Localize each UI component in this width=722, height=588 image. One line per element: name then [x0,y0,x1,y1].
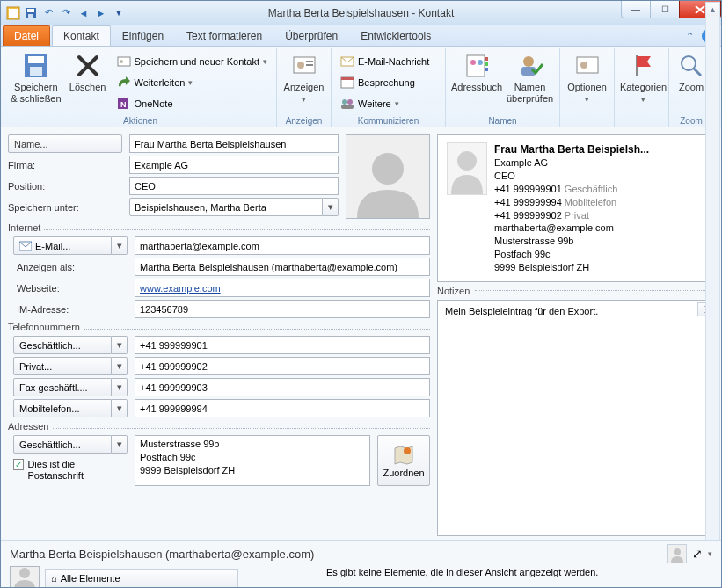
save-and-new-button[interactable]: Speichern und neuer Kontakt▾ [113,52,272,71]
name-button[interactable]: Name... [8,134,122,153]
svg-rect-4 [28,14,33,18]
email-button[interactable]: E-Mail-Nachricht [337,52,433,71]
phone4-input[interactable] [135,399,430,417]
titlebar: ↶ ↷ ◄ ► ▼ Martha Berta Beispielshausen -… [1,1,721,25]
chevron-down-icon[interactable]: ▾ [112,435,128,454]
firma-label: Firma: [8,160,122,171]
displayas-input[interactable] [135,258,430,276]
phone1-input[interactable] [135,336,430,354]
contact-photo[interactable] [346,134,430,219]
forward-button[interactable]: Weiterleiten▾ [113,73,272,92]
svg-rect-26 [485,62,488,66]
forward-icon [117,76,131,90]
scrollbar[interactable]: ▲ ▼ [705,127,720,540]
person-icon[interactable] [667,544,687,563]
tab-kontakt[interactable]: Kontakt [52,25,111,46]
svg-point-20 [347,99,353,105]
svg-point-24 [478,60,483,65]
tab-text-formatieren[interactable]: Text formatieren [175,25,273,46]
ribbon-tabs: Datei Kontakt Einfügen Text formatieren … [1,25,721,47]
undo-icon[interactable]: ↶ [41,6,55,20]
ribbon-collapse-icon[interactable]: ⌃ [682,29,696,43]
save-icon[interactable] [24,6,38,20]
notes-label: Notizen [437,286,714,296]
zoom-button[interactable]: Zoom [675,50,708,113]
map-button[interactable]: Zuordnen [377,435,430,486]
firma-input[interactable] [129,156,339,174]
svg-rect-1 [9,9,18,18]
web-input[interactable] [135,279,430,297]
mailing-checkbox[interactable]: ✓ [13,459,24,470]
chevron-down-icon[interactable]: ▾ [708,549,712,558]
tab-file[interactable]: Datei [3,25,50,46]
chevron-down-icon[interactable]: ▾ [323,198,339,216]
show-label: Anzeigen▾ [284,82,325,104]
chevron-down-icon[interactable]: ▾ [112,357,128,375]
show-button[interactable]: Anzeigen▾ [282,50,325,113]
chevron-down-icon[interactable]: ▾ [112,399,128,417]
addressbook-button[interactable]: Adressbuch [451,50,502,113]
svg-point-35 [404,447,411,454]
flag-icon [630,52,658,80]
checknames-button[interactable]: Namen überprüfen [506,50,554,113]
address-type-button[interactable]: Geschäftlich... [13,435,112,454]
app-icon [6,6,20,20]
svg-rect-22 [467,55,485,76]
onenote-button[interactable]: N OneNote [113,94,272,113]
tab-einfuegen[interactable]: Einfügen [111,25,175,46]
redo-icon[interactable]: ↷ [59,6,73,20]
options-button[interactable]: Optionen▾ [565,50,609,113]
position-input[interactable] [129,177,339,195]
name-input[interactable] [129,134,339,153]
magnifier-icon [677,52,705,80]
business-card[interactable]: Frau Martha Berta Beispielsh... Example … [437,134,714,282]
qat-dropdown-icon[interactable]: ▼ [112,6,126,20]
previous-icon[interactable]: ◄ [77,6,91,20]
tab-entwicklertools[interactable]: Entwicklertools [349,25,442,46]
im-label: IM-Adresse: [13,304,128,315]
phone2-input[interactable] [135,357,430,375]
more-comm-button[interactable]: Weitere▾ [337,94,433,113]
map-icon [391,443,416,468]
chevron-down-icon[interactable]: ▾ [112,378,128,396]
delete-button[interactable]: Löschen [66,50,110,113]
phone-header: Telefonnummern [8,322,84,332]
fileas-input[interactable] [129,198,323,216]
categories-button[interactable]: Kategorien▾ [620,50,667,113]
card-photo [447,142,487,195]
notes-textarea[interactable]: Mein Beispieleintrag für den Export. ⋮ [437,300,714,536]
delete-label: Löschen [69,82,106,93]
card-phone1: +41 999999901 [494,184,562,194]
people-icon [340,97,354,111]
contact-card-icon [117,54,131,69]
meeting-button[interactable]: Besprechung [337,73,433,92]
addressbook-icon [463,52,491,80]
options-icon [573,52,602,80]
phone3-input[interactable] [135,378,430,396]
phone4-type-button[interactable]: Mobiltelefon... [13,399,112,417]
email-type-button[interactable]: E-Mail... [13,236,112,255]
fileas-select[interactable]: ▾ [129,198,339,216]
im-input[interactable] [135,300,430,318]
tab-ueberpruefen[interactable]: Überprüfen [273,25,349,46]
all-elements-button[interactable]: ⌂ Alle Elemente [45,569,238,588]
maximize-button[interactable]: ☐ [650,1,680,18]
card-details: Frau Martha Berta Beispielsh... Example … [494,142,649,274]
expand-icon[interactable]: ⤢ [692,547,703,561]
show-icon [290,52,318,80]
svg-point-13 [297,62,304,69]
phone1-type-button[interactable]: Geschäftlich... [13,336,112,354]
phone3-type-button[interactable]: Fax geschäftl.... [13,378,112,396]
phone2-type-button[interactable]: Privat... [13,357,112,375]
checknames-label: Namen überprüfen [506,82,554,104]
next-icon[interactable]: ► [94,6,108,20]
email-input[interactable] [135,236,430,255]
chevron-down-icon[interactable]: ▾ [112,336,128,354]
chevron-down-icon[interactable]: ▾ [112,236,128,255]
save-close-button[interactable]: Speichern & schließen [10,50,62,113]
people-pane-photo [10,566,40,588]
svg-point-33 [372,153,404,185]
mailing-label: Dies ist die Postanschrift [27,459,128,482]
minimize-button[interactable]: — [621,1,651,18]
address-input[interactable]: Musterstrasse 99b Postfach 99c 9999 Beis… [135,435,370,486]
